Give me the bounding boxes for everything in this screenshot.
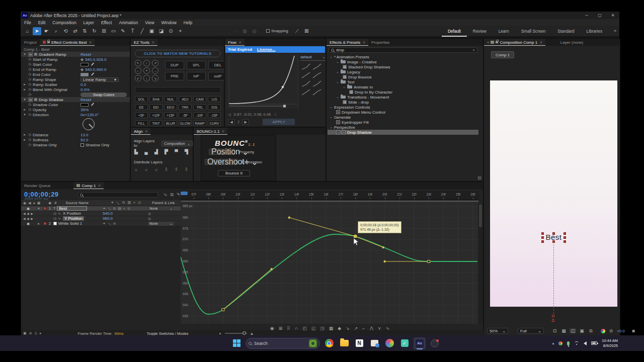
twirl-icon[interactable]: ⌄ (330, 105, 333, 109)
app-notepad[interactable]: N (353, 337, 365, 349)
twirl-icon[interactable]: ▸ (35, 222, 42, 226)
ez-button-eei[interactable]: EEI (149, 104, 163, 110)
eye-icon[interactable]: ◉ (27, 222, 30, 226)
zoom-out-mountain-icon[interactable]: ▲ (219, 332, 222, 335)
panel-menu-icon[interactable]: ≡ (239, 40, 242, 45)
twirl-icon[interactable]: ▾ (21, 113, 28, 117)
tab-effects-presets[interactable]: Effects & Presets (330, 40, 360, 45)
property-row[interactable]: ◷Swap Colors (21, 92, 130, 97)
tree-item-legacy[interactable]: ⌄Legacy (328, 69, 478, 74)
tree-item-eyedropper-fill[interactable]: fxEyedropper Fill (328, 120, 478, 125)
fx-icon[interactable]: fx (122, 201, 125, 206)
microphone-icon[interactable] (567, 341, 570, 345)
draft-3d-icon[interactable]: ⧉ (171, 192, 174, 198)
menu-effect[interactable]: Effect (98, 20, 116, 25)
align-button[interactable]: ▀ (173, 149, 180, 154)
title-bar[interactable]: Ae Adobe After Effects 2025 - Untitled P… (21, 12, 619, 19)
favorite-star-icon[interactable]: ☆ (274, 112, 277, 117)
path-keyframe-icon[interactable] (552, 319, 554, 322)
property-value[interactable]: 540.0 (103, 211, 113, 216)
stopwatch-icon[interactable]: ◷ (28, 87, 31, 92)
twirl-icon[interactable]: ▸ (21, 108, 28, 112)
collapse-icon[interactable]: ＼ (116, 201, 120, 206)
region-of-interest-icon[interactable]: ⊡ (551, 328, 558, 333)
selection-handle[interactable] (541, 236, 544, 239)
tab-composition[interactable]: Composition Comp 1 (500, 40, 537, 45)
edit-icon[interactable]: ✎ (177, 192, 181, 198)
numeric-value[interactable]: 0.0% (80, 87, 90, 92)
hand-tool-icon[interactable]: ☛ (42, 27, 51, 35)
property-value[interactable]: Swap Colors (80, 93, 127, 97)
menu-layer[interactable]: Layer (80, 20, 98, 25)
anchor-arrow-button[interactable]: ↓ (143, 75, 150, 81)
stopwatch-icon[interactable]: ◷ (53, 212, 56, 216)
twirl-icon[interactable]: ⌄ (330, 115, 333, 119)
ez-button-sha[interactable]: SHA (149, 96, 163, 102)
numeric-value[interactable]: 52.0 (80, 138, 89, 142)
selection-tool-icon[interactable]: ➤ (33, 27, 41, 35)
expressions-icon[interactable]: ⟨⟩ (35, 331, 37, 335)
twirl-icon[interactable]: ⌄ (330, 55, 333, 59)
retime-icon[interactable]: ⊘ (29, 331, 32, 335)
edit-keyframe-icon[interactable]: ◆ (338, 326, 341, 331)
flow-curve-editor[interactable] (226, 54, 298, 109)
fit-all-icon[interactable]: ◳ (320, 326, 325, 331)
timeline-search-box[interactable] (77, 192, 158, 198)
position-crosshair-icon[interactable]: ◈ (80, 67, 84, 72)
panel-menu-icon[interactable]: ≡ (363, 40, 365, 45)
align-button[interactable]: ▙ (133, 149, 139, 154)
layer-name[interactable]: White Solid 1 (58, 221, 82, 226)
wifi-icon[interactable] (574, 341, 579, 345)
comp-breadcrumb[interactable]: Comp 1 (491, 51, 514, 58)
eyedropper-icon[interactable] (90, 62, 95, 66)
workspace-review[interactable]: Review (467, 26, 493, 37)
tree-item-animate-in[interactable]: ⌄Animate In (328, 84, 478, 89)
property-value[interactable]: 0.0 (80, 82, 86, 87)
graph-icon[interactable]: ∿ (58, 217, 61, 221)
ez-button-adj[interactable]: ADJ (179, 96, 192, 102)
eye-icon[interactable]: ◉ (23, 201, 26, 205)
resolution-dropdown[interactable]: Full⌄ (518, 328, 544, 334)
tab-comp-1[interactable]: Comp 1 ≡ (73, 182, 104, 189)
path-keyframe-icon[interactable] (552, 315, 554, 317)
type-tool-icon[interactable]: T (128, 27, 137, 35)
stopwatch-icon[interactable]: ◷ (28, 138, 31, 142)
stopwatch-icon[interactable]: ◷ (28, 143, 31, 147)
next-page-button[interactable]: ▶ (242, 119, 249, 125)
app-clock[interactable] (383, 337, 395, 349)
stopwatch-icon[interactable]: ◷ (28, 103, 31, 107)
taskbar-search[interactable]: Search (246, 338, 320, 349)
menu-composition[interactable]: Composition (49, 20, 79, 25)
swap-colors-button[interactable]: Swap Colors (80, 93, 127, 97)
rotate-tool-icon[interactable]: ↻ (90, 27, 99, 35)
show-transform-box-icon[interactable]: ⠿ (287, 326, 290, 331)
stopwatch-icon[interactable]: ◷ (28, 113, 31, 117)
dropdown[interactable]: Linear Ramp▾ (80, 77, 119, 82)
align-button[interactable]: ▛ (163, 149, 170, 154)
snapping-checkbox[interactable] (266, 29, 270, 33)
anchor-arrow-button[interactable]: + (143, 67, 150, 74)
license-link[interactable]: License... (257, 47, 275, 52)
snapshot-camera-icon[interactable]: ◙ (630, 328, 637, 333)
align-button[interactable]: ▜ (183, 149, 190, 154)
workspace-libraries[interactable]: Libraries (581, 26, 608, 37)
ez-button-dup[interactable]: DUP (165, 61, 184, 69)
reset-button[interactable]: Reset (80, 98, 91, 102)
lock-column-icon[interactable]: ▣ (37, 201, 41, 205)
ez-button-plus5f[interactable]: +5F (135, 112, 148, 118)
ez-button-eeo[interactable]: EEO (164, 104, 177, 110)
property-row[interactable]: ▸◷Opacity35% (21, 107, 130, 112)
ez-button-nul[interactable]: NUL (164, 96, 177, 102)
timeline-vertical-scrollbar[interactable] (478, 203, 483, 324)
zoom-dropdown[interactable]: 50%⌄ (487, 328, 508, 334)
tab-layer[interactable]: Layer (none) (557, 39, 586, 46)
tree-item-transitions-movement[interactable]: ⌄Transitions - Movement (328, 95, 478, 100)
ez-button-lig[interactable]: LIG (208, 96, 221, 102)
numeric-value[interactable]: 35% (80, 108, 89, 112)
property-row[interactable]: ◷Shadow Color (21, 102, 130, 107)
twirl-icon[interactable]: ⌄ (336, 60, 339, 64)
tab-project[interactable]: Project (21, 39, 40, 46)
stopwatch-icon[interactable]: ◷ (28, 108, 31, 112)
twirl-icon[interactable]: ⌄ (336, 70, 339, 74)
tab-ez-tools[interactable]: EZ Tools (134, 40, 149, 45)
